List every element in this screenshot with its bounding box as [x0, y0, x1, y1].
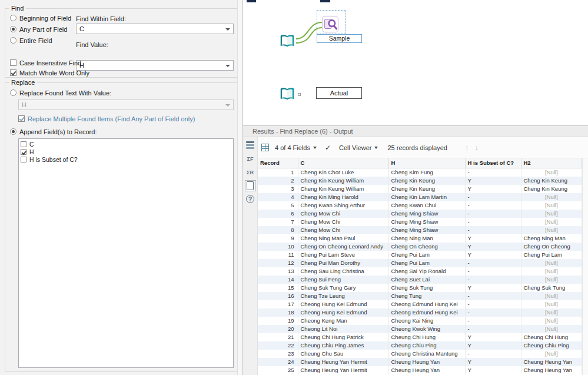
table-row[interactable]: 14Cheng Sui FengCheng Suet Lai-[Null]	[258, 276, 582, 284]
output-view-icon[interactable]	[245, 180, 256, 191]
field-checkbox-icon[interactable]	[21, 149, 26, 155]
field-checkbox-icon[interactable]	[21, 141, 26, 147]
table-row[interactable]: 19Cheong Keng ManCheong Kai Ning-[Null]	[258, 317, 582, 325]
results-scrollbar[interactable]	[582, 158, 588, 375]
table-cell: Cheng Suk Tung	[388, 284, 465, 292]
find-within-field-dropdown[interactable]: C	[76, 24, 234, 34]
input-data-tool-sample[interactable]	[278, 32, 296, 50]
table-cell: Y	[465, 358, 521, 366]
column-header-h[interactable]: H	[388, 158, 465, 168]
table-row[interactable]: 6Cheng Mow ChiCheng Ming Shiaw-[Null]	[258, 210, 582, 218]
column-header-h-is-subset-of-c-[interactable]: H is Subset of C?	[465, 158, 521, 168]
radio-icon[interactable]	[10, 37, 16, 44]
table-row[interactable]: 5Cheng Kwan Shing ArthurCheng Kwan Chui-…	[258, 201, 582, 210]
table-row[interactable]: 17Cheong Hung Kei EdmundCheong Edmund Hu…	[258, 300, 582, 308]
table-cell: Cheng Kin Keung William	[298, 177, 388, 185]
table-cell: [Null]	[521, 193, 582, 201]
append-fields-list[interactable]: CHH is Subset of C?	[18, 138, 234, 368]
help-icon[interactable]	[246, 195, 254, 203]
field-checkbox-icon[interactable]	[21, 157, 26, 162]
table-cell: Cheung Chiu Ping	[388, 341, 465, 350]
table-row[interactable]: 23Cheung Chu SauCheung Christina Mantung…	[258, 350, 582, 358]
data-view-icon[interactable]	[245, 140, 256, 151]
table-cell: 24	[258, 358, 298, 366]
metadata-r-view-icon[interactable]	[245, 167, 256, 178]
checkbox-icon[interactable]	[10, 69, 16, 76]
table-cell: Cheung Heung Yan	[388, 358, 465, 366]
table-row[interactable]: 22Cheung Chiu Ping JamesCheung Chiu Ping…	[258, 341, 582, 350]
fields-dropdown[interactable]: 4 of 4 Fields	[275, 144, 317, 151]
table-row[interactable]: 13Cheng Sau Ling ChristinaCheng Sai Yip …	[258, 267, 582, 276]
column-header-record[interactable]: Record	[258, 158, 298, 168]
radio-append-fields[interactable]: Append Field(s) to Record:	[10, 128, 97, 135]
table-grid-icon[interactable]	[261, 144, 269, 151]
table-cell: 20	[258, 325, 298, 333]
radio-icon[interactable]	[10, 15, 16, 21]
checkbox-match-whole-word[interactable]: Match Whole Word Only	[10, 69, 89, 77]
connection-anchor[interactable]	[298, 93, 301, 96]
workflow-canvas[interactable]: Sample Actual	[243, 0, 588, 125]
table-row[interactable]: 9Cheng Ning Man PaulCheng Ning ManYCheng…	[258, 234, 582, 243]
table-cell: Cheng Kin Ming Harold	[298, 193, 388, 201]
radio-beginning-of-field[interactable]: Beginning of Field	[10, 14, 71, 22]
table-row[interactable]: 25Cheung Heung Yan HermitCheung Heung Ya…	[258, 366, 582, 374]
radio-any-part-of-field[interactable]: Any Part of Field	[10, 25, 67, 33]
metadata-f-view-icon[interactable]	[245, 153, 256, 164]
table-row[interactable]: 24Cheung Heung Yan HermitCheung Heung Ya…	[258, 358, 582, 366]
scroll-down-icon[interactable]	[474, 143, 479, 152]
replace-value-dropdown: H	[18, 99, 234, 110]
table-cell: 6	[258, 210, 298, 218]
radio-icon[interactable]	[10, 89, 16, 96]
table-row[interactable]: 3Cheng Kin Keung WilliamCheng Kin KeungY…	[258, 185, 582, 193]
cell-viewer-dropdown[interactable]: Cell Viewer	[339, 144, 378, 151]
table-cell: -	[465, 325, 521, 333]
table-row[interactable]: 16Cheng Tze LeungCheng Tung-[Null]	[258, 292, 582, 300]
actual-annotation[interactable]: Actual	[316, 87, 362, 99]
table-row[interactable]: 2Cheng Kin Keung WilliamCheng Kin KeungY…	[258, 177, 582, 185]
table-row[interactable]: 20Cheong Lit NoiCheong Kwok Wing-[Null]	[258, 325, 582, 333]
results-table-header-row: RecordCHH is Subset of C?H2	[258, 158, 582, 168]
checkbox-label: Case Insensitive Find	[19, 59, 81, 67]
column-header-h2[interactable]: H2	[521, 158, 582, 168]
table-row[interactable]: 12Cheng Pui Man DorothyCheng Pui Lam-[Nu…	[258, 259, 582, 267]
table-cell: Cheng Kin Keung William	[298, 185, 388, 193]
find-within-field-value: C	[79, 25, 84, 32]
radio-entire-field[interactable]: Entire Field	[10, 36, 52, 44]
radio-icon[interactable]	[10, 26, 16, 32]
table-cell: Cheng Ning Man	[388, 234, 465, 243]
scroll-up-icon[interactable]	[465, 143, 469, 152]
config-scrollbar[interactable]	[237, 0, 241, 375]
table-row[interactable]: 4Cheng Kin Ming HaroldCheng Kin Lam Mart…	[258, 193, 582, 201]
sample-annotation[interactable]: Sample	[317, 34, 362, 43]
table-cell: Cheng Ning Man Paul	[298, 234, 388, 243]
field-list-item[interactable]: H is Subset of C?	[21, 155, 233, 163]
checkbox-case-insensitive[interactable]: Case Insensitive Find	[10, 59, 81, 67]
table-cell: Cheong Kai Ning	[388, 317, 465, 325]
table-cell: 10	[258, 243, 298, 251]
table-cell: Cheng On Cheong	[388, 243, 465, 251]
table-row[interactable]: 18Cheong Hung Kei EdmundCheong Edmund Hu…	[258, 308, 582, 317]
table-row[interactable]: 15Cheng Suk Tung GaryCheng Suk TungYChen…	[258, 284, 582, 292]
apply-check-icon[interactable]	[325, 144, 331, 152]
table-row[interactable]: 11Cheng Pui Lam SteveCheng Pui LamYCheng…	[258, 251, 582, 259]
column-header-c[interactable]: C	[298, 158, 388, 168]
field-list-item[interactable]: C	[21, 140, 233, 148]
find-replace-tool[interactable]	[321, 15, 339, 33]
field-list-item[interactable]: H	[21, 148, 233, 155]
radio-replace-found-text[interactable]: Replace Found Text With Value:	[10, 89, 111, 97]
table-row[interactable]: 10Cheng On Cheong Leonard AndyCheng On C…	[258, 243, 582, 251]
table-row[interactable]: 8Cheng Mow ChiCheng Ming Shiaw-[Null]	[258, 226, 582, 234]
input-data-tool-actual[interactable]	[278, 85, 296, 103]
table-row[interactable]: 7Cheng Mow ChiCheng Ming Shiaw-[Null]	[258, 218, 582, 226]
table-row[interactable]: 21Cheung Chi Hung PatrickCheung Chi Hung…	[258, 333, 582, 341]
table-cell: Cheng Kin Chor Luke	[298, 168, 388, 177]
chevron-down-icon	[374, 147, 378, 149]
table-cell: [Null]	[521, 226, 582, 234]
table-cell: 14	[258, 276, 298, 284]
table-cell: Y	[465, 251, 521, 259]
table-row[interactable]: 1Cheng Kin Chor LukeCheng Kim Fung-[Null…	[258, 168, 582, 177]
table-cell: Cheong Hung Kei Edmund	[298, 300, 388, 308]
find-value-dropdown[interactable]: H	[76, 60, 234, 71]
radio-icon[interactable]	[10, 128, 16, 135]
checkbox-icon[interactable]	[10, 59, 16, 66]
